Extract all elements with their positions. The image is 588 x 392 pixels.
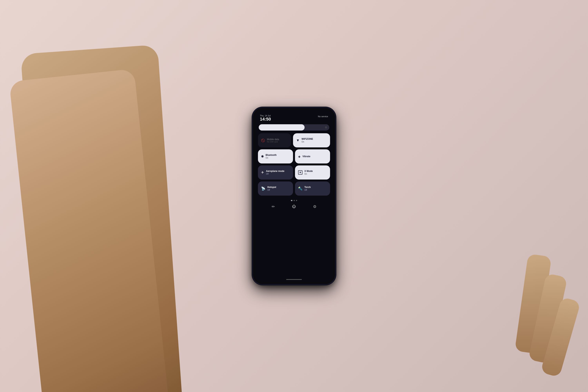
aeroplane-icon: ✈ bbox=[261, 170, 264, 175]
torch-icon: 🔦 bbox=[298, 186, 302, 191]
tiles-row-1: 🚫 Mobile data No SIM card ▼ WiFiZONE On bbox=[258, 133, 330, 148]
page-indicators bbox=[255, 198, 333, 203]
bluetooth-status: On bbox=[266, 156, 276, 159]
wifi-tile[interactable]: ▼ WiFiZONE On bbox=[293, 133, 330, 148]
hotspot-status: Off bbox=[267, 189, 276, 191]
xmode-icon: ✕ bbox=[298, 170, 302, 175]
settings-icon[interactable]: ⚙ bbox=[313, 204, 316, 209]
xmode-text: X Mode On bbox=[304, 170, 313, 175]
phone-device: Thu, 14 Jul 14:50 No service ⚙ 🚫 bbox=[253, 108, 335, 284]
brightness-icon: ⚙ bbox=[325, 126, 327, 129]
mobile-data-tile[interactable]: 🚫 Mobile data No SIM card bbox=[258, 133, 291, 148]
phone-screen: Thu, 14 Jul 14:50 No service ⚙ 🚫 bbox=[255, 110, 333, 282]
xmode-tile[interactable]: ✕ X Mode On bbox=[295, 166, 330, 180]
mobile-data-title: Mobile data bbox=[267, 138, 279, 141]
home-indicator[interactable] bbox=[286, 279, 302, 280]
wifi-title: WiFiZONE bbox=[302, 138, 313, 140]
page-dot-3 bbox=[296, 200, 297, 201]
wifi-text: WiFiZONE On bbox=[302, 138, 313, 143]
vibrate-text: Vibrate bbox=[302, 155, 310, 158]
quick-tiles: 🚫 Mobile data No SIM card ▼ WiFiZONE On bbox=[255, 132, 333, 196]
bluetooth-tile[interactable]: ✱ Bluetooth On bbox=[258, 149, 293, 164]
bottom-actions: ✏ ⏻ ⚙ bbox=[255, 203, 333, 211]
tiles-row-4: 📡 Hotspot Off 🔦 Torch Off bbox=[258, 182, 330, 196]
page-dot-2 bbox=[294, 200, 295, 201]
brightness-bar[interactable]: ⚙ bbox=[259, 124, 329, 130]
bluetooth-title: Bluetooth bbox=[266, 154, 276, 156]
aeroplane-status: Off bbox=[266, 173, 284, 175]
wifi-status: On bbox=[302, 140, 313, 143]
camera-dot bbox=[293, 112, 295, 114]
vibrate-title: Vibrate bbox=[302, 155, 310, 158]
bluetooth-text: Bluetooth On bbox=[266, 154, 276, 159]
mobile-data-sub: No SIM card bbox=[267, 141, 279, 143]
page-dot-1 bbox=[291, 200, 292, 201]
wifi-icon: ▼ bbox=[296, 138, 300, 142]
brightness-control[interactable]: ⚙ bbox=[255, 123, 333, 132]
torch-text: Torch Off bbox=[304, 186, 311, 191]
tiles-row-3: ✈ Aeroplane mode Off ✕ X Mode On bbox=[258, 166, 330, 180]
phone-body: Thu, 14 Jul 14:50 No service ⚙ 🚫 bbox=[253, 108, 335, 284]
time-date: Thu, 14 Jul 14:50 bbox=[260, 114, 271, 122]
xmode-title: X Mode bbox=[304, 170, 313, 172]
aeroplane-tile[interactable]: ✈ Aeroplane mode Off bbox=[258, 166, 293, 180]
hotspot-tile[interactable]: 📡 Hotspot Off bbox=[258, 182, 293, 196]
signal-status: No service bbox=[318, 114, 328, 118]
mobile-data-icon: 🚫 bbox=[261, 138, 265, 142]
mobile-data-text: Mobile data No SIM card bbox=[267, 138, 279, 143]
vibrate-tile[interactable]: ◈ Vibrate bbox=[295, 149, 330, 164]
edit-icon[interactable]: ✏ bbox=[272, 204, 275, 209]
hotspot-title: Hotspot bbox=[267, 186, 276, 188]
hotspot-icon: 📡 bbox=[261, 186, 266, 191]
torch-title: Torch bbox=[304, 186, 311, 188]
power-icon[interactable]: ⏻ bbox=[292, 204, 296, 209]
torch-tile[interactable]: 🔦 Torch Off bbox=[295, 182, 330, 196]
tiles-row-2: ✱ Bluetooth On ◈ Vibrate bbox=[258, 149, 330, 164]
vibrate-icon: ◈ bbox=[298, 155, 300, 158]
bluetooth-icon: ✱ bbox=[261, 155, 264, 158]
brightness-fill bbox=[259, 124, 304, 130]
xmode-status: On bbox=[304, 173, 313, 175]
hotspot-text: Hotspot Off bbox=[267, 186, 276, 191]
aeroplane-text: Aeroplane mode Off bbox=[266, 170, 284, 175]
aeroplane-title: Aeroplane mode bbox=[266, 170, 284, 172]
torch-status: Off bbox=[304, 189, 311, 191]
time-display: 14:50 bbox=[260, 117, 271, 122]
